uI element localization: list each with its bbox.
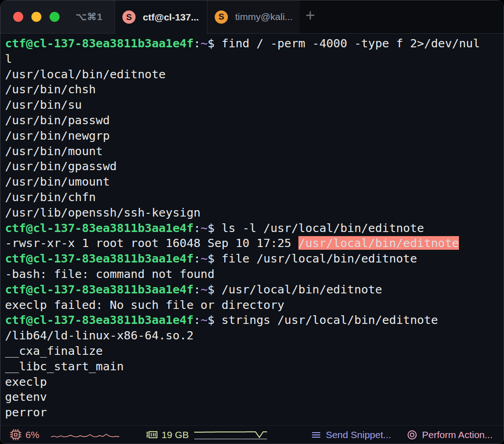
tab-label: timmy@kali... <box>235 11 292 22</box>
terminal-line: execlp <box>5 374 504 390</box>
terminal-text-segment: : <box>194 252 201 265</box>
terminal-text-segment: : <box>194 283 201 296</box>
terminal-line: __libc_start_main <box>5 359 504 374</box>
terminal-text-segment: ctf@cl-137-83ea3811b3aa1e4f <box>5 283 194 296</box>
terminal-text-segment: /usr/bin/su <box>5 98 82 111</box>
terminal-text-segment: ctf@cl-137-83ea3811b3aa1e4f <box>5 36 194 50</box>
terminal-line: ctf@cl-137-83ea3811b3aa1e4f:~$ strings /… <box>5 313 504 328</box>
terminal-line: ctf@cl-137-83ea3811b3aa1e4f:~$ find / -p… <box>5 36 504 51</box>
terminal-line: l <box>5 51 504 67</box>
terminal-text-segment: ~ <box>201 36 207 50</box>
terminal-line: /usr/local/bin/editnote <box>5 67 504 82</box>
terminal-line: /usr/bin/chsh <box>5 82 504 97</box>
terminal-line: ctf@cl-137-83ea3811b3aa1e4f:~$ /usr/loca… <box>5 282 504 298</box>
snippet-lines-icon <box>311 431 321 439</box>
tab-timmy-session[interactable]: S timmy@kali... <box>207 0 300 34</box>
highlighted-text: /usr/local/bin/editnote <box>298 236 459 250</box>
terminal-line: execlp failed: No such file or directory <box>5 298 504 313</box>
terminal-line: /usr/bin/passwd <box>5 113 504 128</box>
terminal-text-segment: ctf@cl-137-83ea3811b3aa1e4f <box>5 221 194 235</box>
tab-bar-spacer <box>321 0 504 34</box>
terminal-text-segment: ctf@cl-137-83ea3811b3aa1e4f <box>5 313 194 327</box>
terminal-text-segment: ctf@cl-137-83ea3811b3aa1e4f <box>5 252 194 265</box>
terminal-text-segment: __cxa_finalize <box>5 344 103 358</box>
tab-label: ctf@cl-137... <box>143 12 199 23</box>
terminal-line: ctf@cl-137-83ea3811b3aa1e4f:~$ ls -l /us… <box>5 221 504 236</box>
terminal-text-segment: $ <box>207 283 214 296</box>
terminal-text-segment: __libc_start_main <box>5 359 124 373</box>
terminal-text-segment: l <box>5 52 12 66</box>
terminal-text-segment: ~ <box>201 252 207 265</box>
status-bar: 6% 19 GB Send Snippet... <box>0 425 504 444</box>
terminal-line: /lib64/ld-linux-x86-64.so.2 <box>5 328 504 343</box>
terminal-text-segment: : <box>194 313 201 327</box>
terminal-text-segment: /lib64/ld-linux-x86-64.so.2 <box>5 328 194 342</box>
tab-shortcut-label: ⌥⌘1 <box>76 11 103 22</box>
terminal-text-segment: /usr/bin/passwd <box>5 113 110 127</box>
target-circles-icon <box>407 429 418 440</box>
cpu-usage-value: 6% <box>25 429 39 440</box>
terminal-line: /usr/bin/mount <box>5 144 504 159</box>
send-snippet-label: Send Snippet... <box>326 429 391 440</box>
terminal-text-segment: : <box>194 36 201 50</box>
terminal-text-segment: ~ <box>201 313 207 327</box>
terminal-output[interactable]: ctf@cl-137-83ea3811b3aa1e4f:~$ find / -p… <box>0 34 504 425</box>
terminal-text-segment: $ <box>207 221 214 235</box>
terminal-line: /usr/lib/openssh/ssh-keysign <box>5 205 504 221</box>
cpu-usage-sparkline <box>51 431 119 439</box>
terminal-text-segment: execlp <box>5 375 47 388</box>
terminal-line: getenv <box>5 389 504 405</box>
terminal-text-segment: /usr/local/bin/editnote <box>5 67 166 81</box>
terminal-text-segment: ls -l /usr/local/bin/editnote <box>215 221 424 235</box>
terminal-text-segment: perror <box>5 405 47 419</box>
ssh-host-icon: S <box>215 10 228 24</box>
terminal-text-segment: find / -perm -4000 -type f 2>/dev/nul <box>215 36 480 50</box>
tab-bar: ⌥⌘1 S ctf@cl-137... S timmy@kali... + <box>0 0 504 34</box>
terminal-text-segment: : <box>194 221 201 235</box>
terminal-text-segment: getenv <box>5 390 47 404</box>
close-window-button[interactable] <box>13 12 23 22</box>
terminal-line: ctf@cl-137-83ea3811b3aa1e4f:~$ file /usr… <box>5 251 504 267</box>
send-snippet-button[interactable]: Send Snippet... <box>311 429 391 440</box>
terminal-text-segment: $ <box>207 252 214 265</box>
ram-usage-stat: 19 GB <box>146 429 189 441</box>
terminal-text-segment: ~ <box>201 221 207 235</box>
new-tab-button[interactable]: + <box>300 0 321 34</box>
ram-usage-value: 19 GB <box>161 429 189 440</box>
terminal-line: __cxa_finalize <box>5 343 504 359</box>
terminal-text-segment: $ <box>207 313 214 327</box>
terminal-line: /usr/bin/chfn <box>5 190 504 205</box>
minimize-window-button[interactable] <box>31 12 41 22</box>
terminal-text-segment: strings /usr/local/bin/editnote <box>215 313 438 327</box>
tab-ctf-session[interactable]: S ctf@cl-137... <box>115 0 207 34</box>
terminal-text-segment: execlp failed: No such file or directory <box>5 298 284 312</box>
ssh-host-icon: S <box>122 10 136 24</box>
terminal-text-segment: /usr/bin/chfn <box>5 190 96 204</box>
terminal-text-segment: /usr/bin/chsh <box>5 82 96 96</box>
terminal-line: /usr/bin/newgrp <box>5 128 504 144</box>
ram-stick-icon <box>146 429 158 441</box>
terminal-text-segment: /usr/bin/newgrp <box>5 129 110 142</box>
terminal-text-segment: /usr/bin/gpasswd <box>5 159 117 173</box>
terminal-text-segment: $ <box>207 36 214 50</box>
terminal-line: /usr/bin/gpasswd <box>5 159 504 174</box>
ram-usage-graph <box>194 430 267 439</box>
terminal-text-segment: /usr/bin/umount <box>5 175 110 188</box>
terminal-text-segment: -rwsr-xr-x 1 root root 16048 Sep 10 17:2… <box>5 236 298 250</box>
terminal-line: /usr/bin/umount <box>5 174 504 190</box>
terminal-line: perror <box>5 405 504 420</box>
terminal-text-segment: ~ <box>201 283 207 296</box>
terminal-text-segment: -bash: file: command not found <box>5 267 215 281</box>
perform-action-label: Perform Action... <box>422 429 493 440</box>
perform-action-button[interactable]: Perform Action... <box>407 429 493 440</box>
cpu-chip-icon <box>10 429 22 441</box>
terminal-text-segment: /usr/local/bin/editnote <box>215 283 382 296</box>
terminal-line: -rwsr-xr-x 1 root root 16048 Sep 10 17:2… <box>5 236 504 251</box>
terminal-text-segment: file /usr/local/bin/editnote <box>215 252 417 265</box>
terminal-text-segment: /usr/bin/mount <box>5 144 103 158</box>
window-controls-panel: ⌥⌘1 <box>0 0 115 34</box>
zoom-window-button[interactable] <box>50 12 60 22</box>
cpu-usage-stat: 6% <box>10 429 39 441</box>
terminal-text-segment: /usr/lib/openssh/ssh-keysign <box>5 206 201 219</box>
terminal-line: -bash: file: command not found <box>5 267 504 282</box>
